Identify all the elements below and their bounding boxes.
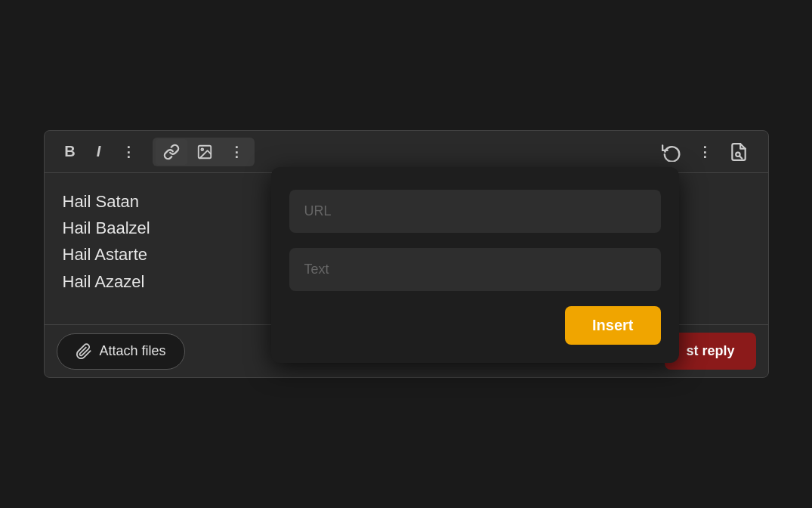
editor-container: B I ⋮ ⋮	[44, 130, 769, 378]
file-search-icon	[729, 142, 749, 162]
undo-icon	[662, 142, 681, 162]
image-button[interactable]	[189, 139, 221, 165]
undo-button[interactable]	[654, 138, 689, 166]
link-icon	[163, 144, 180, 160]
italic-button[interactable]: I	[85, 138, 113, 165]
paperclip-icon	[76, 343, 92, 360]
file-search-button[interactable]	[721, 138, 756, 166]
svg-line-3	[739, 156, 742, 158]
link-popup: Insert	[271, 167, 679, 363]
attach-files-button[interactable]: Attach files	[57, 333, 185, 370]
insert-button[interactable]: Insert	[565, 306, 660, 345]
text-format-group: B I ⋮	[57, 138, 144, 165]
link-button[interactable]	[156, 139, 187, 165]
svg-point-1	[201, 148, 203, 150]
attach-files-label: Attach files	[100, 343, 166, 359]
image-icon	[196, 144, 213, 160]
right-group: ⋮	[654, 138, 756, 166]
url-input[interactable]	[289, 190, 661, 233]
right-more-button[interactable]: ⋮	[690, 139, 720, 165]
text-input[interactable]	[289, 248, 661, 291]
bold-button[interactable]: B	[57, 138, 84, 165]
text-more-button[interactable]: ⋮	[114, 139, 144, 165]
insert-more-button[interactable]: ⋮	[222, 139, 252, 165]
insert-group: ⋮	[153, 138, 255, 166]
popup-footer: Insert	[289, 306, 661, 345]
